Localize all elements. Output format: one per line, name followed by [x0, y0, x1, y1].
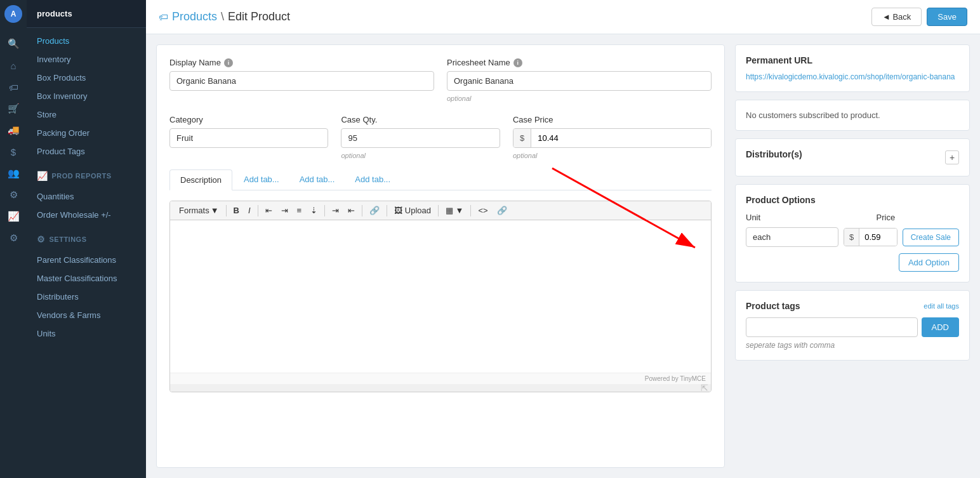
form-group-category: Category — [169, 115, 328, 159]
case-price-input[interactable] — [531, 129, 711, 147]
product-tags-section: Product tags edit all tags ADD seperate … — [735, 290, 970, 361]
sidebar-item-product-tags[interactable]: Product Tags — [27, 142, 146, 161]
sidebar-item-vendors-farms[interactable]: Vendors & Farms — [27, 306, 146, 324]
sidebar-item-master-classifications[interactable]: Master Classifications — [27, 269, 146, 288]
truck-icon[interactable]: 🚚 — [4, 121, 23, 140]
sidebar-item-parent-classifications[interactable]: Parent Classifications — [27, 251, 146, 269]
italic-button[interactable]: I — [244, 204, 255, 217]
sidebar-item-parent-class-label: Parent Classifications — [37, 255, 116, 265]
image-upload-button[interactable]: 🖼 Upload — [390, 204, 435, 217]
add-tag-button[interactable]: ADD — [922, 317, 959, 337]
chart-icon[interactable]: 📈 — [4, 207, 23, 226]
sidebar-item-quantities-label: Quantities — [37, 192, 74, 201]
form-group-display-name: Display Name i — [169, 58, 434, 102]
category-label: Category — [169, 115, 328, 124]
editor-resize-handle[interactable]: ⇱ — [170, 384, 711, 392]
distributors-card: Distributor(s) + — [735, 138, 970, 176]
content-area: Display Name i Pricesheet Name i optiona… — [146, 34, 980, 478]
tab-description[interactable]: Description — [169, 169, 232, 190]
indent-button[interactable]: ⇥ — [328, 204, 343, 217]
add-option-button[interactable]: Add Option — [899, 253, 959, 272]
form-panel: Display Name i Pricesheet Name i optiona… — [156, 44, 725, 468]
settings-section-title: ⚙ SETTINGS — [27, 228, 146, 247]
align-left-button[interactable]: ⇤ — [262, 204, 276, 217]
tab-add-3[interactable]: Add tab... — [345, 169, 401, 190]
sidebar-item-box-products[interactable]: Box Products — [27, 69, 146, 87]
tags-input-field[interactable] — [746, 317, 918, 337]
sidebar-header: products — [27, 0, 146, 28]
sidebar-item-box-inventory[interactable]: Box Inventory — [27, 87, 146, 105]
code-button[interactable]: <> — [474, 204, 491, 217]
save-button[interactable]: Save — [927, 8, 967, 26]
align-right-button[interactable]: ⇣ — [307, 204, 321, 217]
gear-icon-bottom[interactable]: ⚙ — [4, 229, 23, 248]
app-wrapper: A 🔍 ⌂ 🏷 🛒 🚚 $ 👥 ⚙ 📈 ⚙ products Products … — [0, 0, 980, 478]
tags-input-row: ADD — [746, 317, 959, 337]
puzzle-icon[interactable]: ⚙ — [4, 185, 23, 204]
editor-body[interactable] — [170, 220, 711, 373]
main-content: 🏷 Products \ Edit Product ◄ Back Save Di… — [146, 0, 980, 478]
store-icon[interactable]: 🛒 — [4, 99, 23, 118]
display-name-input[interactable] — [169, 71, 434, 91]
align-justify-button[interactable]: ≡ — [293, 204, 306, 217]
table-button[interactable]: ▦ ▼ — [442, 204, 467, 217]
dollar-icon[interactable]: $ — [4, 142, 23, 161]
toolbar-divider-5 — [387, 205, 387, 216]
unlink-button[interactable]: 🔗 — [493, 204, 511, 217]
option-unit-input[interactable] — [746, 227, 838, 247]
breadcrumb-products-link[interactable]: Products — [172, 10, 217, 23]
distributors-title: Distributor(s) — [746, 149, 802, 159]
sidebar-item-inventory[interactable]: Inventory — [27, 50, 146, 69]
breadcrumb-separator: \ — [221, 10, 224, 23]
tags-hint: seperate tags with comma — [746, 341, 959, 350]
bold-button[interactable]: B — [230, 204, 243, 217]
sidebar-item-distributers-label: Distributers — [37, 292, 79, 302]
case-price-label: Case Price — [513, 115, 712, 124]
create-sale-button[interactable]: Create Sale — [903, 229, 959, 246]
form-group-case-price: Case Price $ optional — [513, 115, 712, 159]
link-button[interactable]: 🔗 — [366, 204, 383, 217]
tab-add-1[interactable]: Add tab... — [234, 169, 289, 190]
pricesheet-name-input[interactable] — [447, 71, 712, 91]
permanent-url-link[interactable]: https://kivalogicdemo.kivalogic.com/shop… — [746, 72, 955, 81]
case-qty-input[interactable] — [341, 128, 500, 148]
sidebar-item-packing-order[interactable]: Packing Order — [27, 124, 146, 142]
product-options-col-headers: Unit Price — [746, 213, 959, 222]
tag-icon[interactable]: 🏷 — [4, 77, 23, 96]
toolbar-divider-7 — [470, 205, 471, 216]
sidebar-item-units[interactable]: Units — [27, 324, 146, 343]
sidebar-item-products[interactable]: Products — [27, 32, 146, 50]
option-price-input[interactable] — [859, 229, 896, 246]
category-input[interactable] — [169, 128, 328, 148]
editor-footer: Powered by TinyMCE — [170, 373, 711, 384]
align-center-button[interactable]: ⇥ — [277, 204, 292, 217]
home-icon[interactable]: ⌂ — [4, 56, 23, 75]
outdent-button[interactable]: ⇤ — [344, 204, 359, 217]
tab-add-2[interactable]: Add tab... — [289, 169, 345, 190]
option-price-group: $ — [844, 228, 897, 246]
formats-dropdown[interactable]: Formats ▼ — [175, 204, 223, 217]
sidebar-item-distributers[interactable]: Distributers — [27, 288, 146, 306]
distributors-add-button[interactable]: + — [945, 150, 959, 164]
col-price-header: Price — [877, 213, 959, 222]
nav-section: Products Inventory Box Products Box Inve… — [27, 28, 146, 164]
people-icon[interactable]: 👥 — [4, 164, 23, 183]
sidebar-item-inventory-label: Inventory — [37, 55, 70, 64]
col-unit-header: Unit — [746, 213, 870, 222]
permanent-url-title: Permanent URL — [746, 55, 959, 65]
sidebar-item-quantities[interactable]: Quantities — [27, 187, 146, 206]
search-icon[interactable]: 🔍 — [4, 34, 23, 53]
sidebar-nav: products Products Inventory Box Products… — [27, 0, 146, 478]
back-button[interactable]: ◄ Back — [871, 8, 922, 26]
pricesheet-optional-hint: optional — [447, 95, 712, 102]
sidebar-item-order-wholesale[interactable]: Order Wholesale +/- — [27, 206, 146, 224]
pricesheet-name-label: Pricesheet Name i — [447, 58, 712, 67]
edit-all-tags-link[interactable]: edit all tags — [924, 302, 959, 310]
editor-container: Formats ▼ B I ⇤ ⇥ ≡ ⇣ ⇥ ⇤ — [169, 201, 712, 392]
sidebar-item-store[interactable]: Store — [27, 105, 146, 124]
user-avatar[interactable]: A — [4, 5, 22, 23]
breadcrumb: 🏷 Products \ Edit Product — [159, 10, 290, 23]
sidebar-item-packing-order-label: Packing Order — [37, 128, 89, 138]
case-qty-optional-hint: optional — [341, 152, 500, 159]
breadcrumb-current: Edit Product — [228, 10, 290, 23]
